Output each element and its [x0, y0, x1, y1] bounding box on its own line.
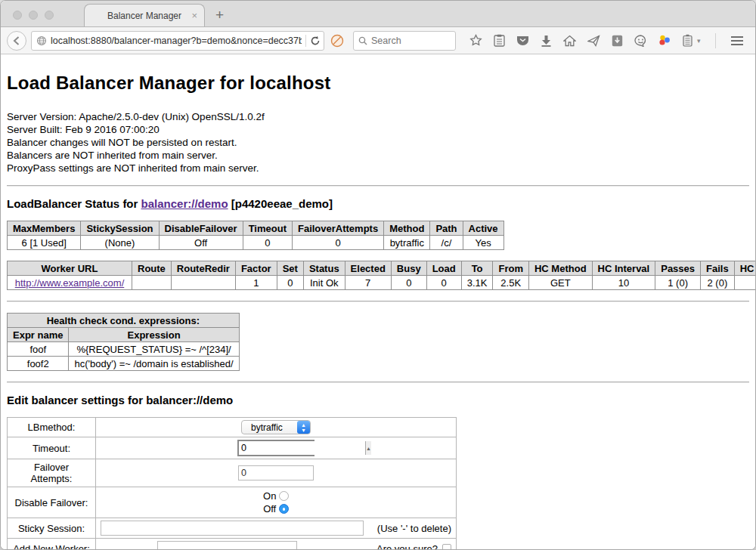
edit-balancer-heading: Edit balancer settings for balancer://de… — [7, 394, 749, 406]
close-window-button[interactable] — [13, 11, 22, 20]
lbmethod-row: LBmethod: bytraffic ▲▼ — [8, 418, 457, 437]
window-controls[interactable] — [13, 11, 54, 20]
minimize-window-button[interactable] — [29, 11, 38, 20]
divider — [7, 301, 749, 302]
timeout-label: Timeout: — [8, 437, 96, 459]
globe-icon — [36, 36, 47, 46]
loadbalancer-status-heading: LoadBalancer Status for balancer://demo … — [7, 197, 749, 210]
page-content: Load Balancer Manager for localhost Serv… — [1, 54, 755, 550]
worker-url-link[interactable]: http://www.example.com/ — [15, 277, 125, 289]
battery-extension-icon[interactable] — [683, 34, 692, 47]
reading-list-icon[interactable] — [494, 34, 505, 47]
on-label: On — [263, 490, 276, 502]
timeout-row: Timeout: ▲ — [8, 437, 457, 459]
balancer-status-table: MaxMembers StickySession DisableFailover… — [7, 221, 504, 250]
add-worker-input[interactable] — [157, 541, 297, 550]
page-title: Load Balancer Manager for localhost — [7, 73, 749, 94]
sticky-session-hint: (Use '-' to delete) — [377, 523, 451, 534]
url-bar[interactable] — [31, 31, 324, 51]
reload-icon[interactable] — [310, 36, 321, 46]
expression-row: foof %{REQUEST_STATUS} =~ /^[234]/ — [8, 342, 240, 357]
expression-row: foof2 hc('body') =~ /domain is establish… — [8, 357, 240, 371]
divider — [7, 185, 749, 187]
tab-bar: Balancer Manager × + — [1, 1, 755, 27]
are-you-sure-checkbox[interactable] — [442, 544, 451, 550]
sticky-session-row: Sticky Session: (Use '-' to delete) — [8, 518, 457, 539]
extension-colored-dots-icon[interactable] — [658, 34, 671, 47]
select-stepper-icon: ▲▼ — [297, 421, 310, 434]
back-button[interactable] — [7, 31, 26, 51]
inherit-notice-line: Balancers are NOT inherited from main se… — [7, 149, 749, 162]
sticky-session-input[interactable] — [101, 521, 364, 536]
send-tab-icon[interactable] — [587, 35, 600, 47]
disable-failover-row: Disable Failover: On Off — [8, 487, 457, 518]
overflow-caret-icon[interactable]: ▾ — [697, 37, 701, 45]
server-built-line: Server Built: Feb 9 2016 07:00:20 — [7, 123, 749, 136]
pocket-icon[interactable] — [516, 35, 529, 47]
block-content-icon[interactable] — [330, 34, 344, 48]
balancer-demo-link[interactable]: balancer://demo — [141, 197, 228, 210]
back-arrow-icon — [11, 36, 22, 46]
number-spinner-icon[interactable]: ▲ — [365, 441, 371, 455]
timeout-input[interactable] — [239, 441, 365, 455]
are-you-sure-label: Are you sure? — [376, 543, 438, 550]
failover-attempts-label: Failover Attempts: — [8, 459, 96, 487]
close-tab-icon[interactable]: × — [191, 10, 197, 21]
failover-attempts-row: Failover Attempts: — [8, 459, 457, 487]
add-worker-label: Add New Worker: — [8, 539, 96, 550]
search-input[interactable] — [371, 36, 451, 46]
lbmethod-select[interactable]: bytraffic ▲▼ — [241, 420, 311, 434]
table-header-row: Expr name Expression — [8, 328, 240, 342]
edit-balancer-form: LBmethod: bytraffic ▲▼ Timeout: ▲ — [7, 417, 457, 550]
home-icon[interactable] — [563, 35, 576, 47]
table-row: 6 [1 Used] (None) Off 0 0 bytraffic /c/ … — [8, 236, 504, 250]
toolbar-icons: ▾ — [469, 33, 756, 48]
tab-balancer-manager[interactable]: Balancer Manager × — [84, 4, 205, 26]
bookmark-star-icon[interactable] — [469, 34, 482, 47]
health-check-title-row: Health check cond. expressions: — [8, 314, 240, 328]
tab-title: Balancer Manager — [107, 11, 181, 21]
sticky-session-label: Sticky Session: — [8, 518, 96, 539]
search-icon — [358, 36, 367, 45]
disable-failover-label: Disable Failover: — [8, 487, 96, 518]
proxypass-notice-line: ProxyPass settings are NOT inherited fro… — [7, 162, 749, 175]
server-version-line: Server Version: Apache/2.5.0-dev (Unix) … — [7, 110, 749, 123]
downloads-icon[interactable] — [541, 35, 552, 47]
search-bar[interactable] — [353, 31, 456, 51]
worker-status-table: Worker URL Route RouteRedir Factor Set S… — [7, 261, 755, 290]
zoom-window-button[interactable] — [45, 11, 54, 20]
save-page-icon[interactable] — [612, 35, 623, 47]
failover-off-radio[interactable] — [279, 504, 289, 514]
new-tab-button[interactable]: + — [215, 7, 224, 23]
menu-hamburger-icon[interactable] — [730, 36, 744, 46]
divider — [7, 382, 749, 383]
timeout-input-wrap: ▲ — [237, 440, 314, 456]
url-input[interactable] — [51, 36, 302, 46]
table-header-row: Worker URL Route RouteRedir Factor Set S… — [8, 261, 756, 276]
failover-attempts-input[interactable] — [238, 465, 314, 480]
lbmethod-label: LBmethod: — [8, 418, 96, 437]
browser-window: Balancer Manager × + — [0, 0, 756, 550]
navigation-toolbar: ▾ — [1, 27, 755, 54]
health-check-table: Health check cond. expressions: Expr nam… — [7, 313, 240, 371]
add-worker-row: Add New Worker: Are you sure? — [8, 539, 457, 550]
off-label: Off — [263, 503, 276, 514]
chat-smiley-icon[interactable] — [634, 35, 647, 47]
table-header-row: MaxMembers StickySession DisableFailover… — [8, 221, 504, 236]
worker-row: http://www.example.com/ 1 0 Init Ok 7 0 … — [8, 276, 756, 290]
failover-on-radio[interactable] — [279, 491, 289, 501]
server-info: Server Version: Apache/2.5.0-dev (Unix) … — [7, 110, 749, 175]
persist-notice-line: Balancer changes will NOT be persisted o… — [7, 136, 749, 149]
